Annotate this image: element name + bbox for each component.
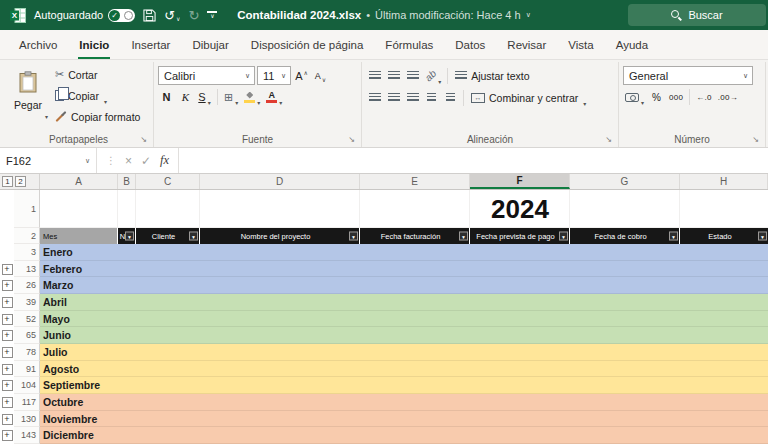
filter-dropdown-icon[interactable]: ▼ (669, 232, 678, 241)
row-header[interactable]: 1 (14, 190, 40, 228)
column-header-c[interactable]: C (136, 174, 200, 189)
grid-cell[interactable] (118, 190, 136, 227)
month-cell[interactable]: Junio (40, 327, 768, 344)
expand-group-button[interactable]: + (2, 364, 13, 375)
autosave-switch[interactable]: ✓ (108, 9, 135, 22)
tab-archivo[interactable]: Archivo (8, 30, 68, 59)
comma-style-button[interactable]: 000 (667, 88, 685, 106)
tab-insertar[interactable]: Insertar (120, 30, 181, 59)
expand-group-button[interactable]: + (2, 397, 13, 408)
header-cell-cliente[interactable]: Cliente ▼ (136, 228, 200, 244)
align-bottom-button[interactable] (404, 67, 421, 85)
month-cell[interactable]: Septiembre (40, 377, 768, 394)
row-header[interactable]: 143 (14, 427, 40, 444)
grid-cell[interactable] (40, 190, 118, 227)
dialog-launcher-icon[interactable]: ↘ (348, 136, 355, 144)
row-header[interactable]: 39 (14, 294, 40, 311)
row-header[interactable]: 3 (14, 244, 40, 261)
undo-icon[interactable]: ↺ ∨ (164, 9, 180, 22)
format-painter-button[interactable]: Copiar formato (52, 107, 143, 126)
grid-cell[interactable] (200, 190, 360, 227)
year-title[interactable]: 2024 (370, 193, 670, 224)
outline-level-1-button[interactable]: 1 (2, 176, 13, 187)
redo-icon[interactable]: ↻ (188, 9, 199, 22)
percent-style-button[interactable]: % (648, 88, 665, 106)
row-header[interactable]: 104 (14, 377, 40, 394)
filter-dropdown-icon[interactable]: ▼ (459, 232, 468, 241)
column-header-d[interactable]: D (200, 174, 360, 189)
tab-vista[interactable]: Vista (557, 30, 604, 59)
filter-dropdown-icon[interactable]: ▼ (189, 232, 198, 241)
row-header[interactable]: 13 (14, 261, 40, 278)
column-header-h[interactable]: H (680, 174, 768, 189)
orientation-button[interactable]: ab ▾ (423, 67, 443, 85)
enter-icon[interactable]: ✓ (141, 154, 151, 168)
insert-function-icon[interactable]: fx (160, 153, 169, 168)
cancel-icon[interactable]: × (125, 154, 132, 168)
number-format-combobox[interactable]: General ∨ (623, 66, 753, 85)
row-header[interactable]: 26 (14, 277, 40, 294)
merge-center-button[interactable]: ↔ Combinar y centrar ▾ (468, 88, 589, 107)
increase-font-size-button[interactable]: A ∧ (293, 67, 310, 85)
decrease-font-size-button[interactable]: A ∨ (312, 67, 329, 85)
increase-decimal-button[interactable]: ←.0 (694, 88, 714, 106)
drag-handle-icon[interactable]: ⋮ (106, 155, 116, 166)
font-color-button[interactable]: A ▾ (264, 88, 284, 106)
expand-group-button[interactable]: + (2, 414, 13, 425)
grid-cell[interactable] (136, 190, 200, 227)
accounting-format-button[interactable]: ▾ (623, 88, 646, 106)
header-cell-mes[interactable]: Mes (40, 228, 118, 244)
row-header[interactable]: 117 (14, 394, 40, 411)
month-cell[interactable]: Mayo (40, 311, 768, 328)
wrap-text-button[interactable]: Ajustar texto (452, 66, 532, 85)
expand-group-button[interactable]: + (2, 430, 13, 441)
expand-group-button[interactable]: + (2, 264, 13, 275)
dialog-launcher-icon[interactable]: ↘ (140, 136, 147, 144)
column-header-e[interactable]: E (360, 174, 470, 189)
filter-dropdown-icon[interactable]: ▼ (559, 232, 568, 241)
copy-button[interactable]: Copiar ▾ (52, 86, 143, 105)
tab-dibujar[interactable]: Dibujar (181, 30, 239, 59)
align-center-button[interactable] (385, 89, 402, 107)
fill-color-button[interactable]: ▾ (242, 88, 262, 106)
month-cell[interactable]: Marzo (40, 277, 768, 294)
search-box[interactable]: Buscar (628, 4, 766, 26)
tab-inicio[interactable]: Inicio (68, 30, 120, 59)
month-cell[interactable]: Abril (40, 294, 768, 311)
cut-button[interactable]: ✂ Cortar (52, 65, 143, 84)
filter-dropdown-icon[interactable]: ▼ (758, 232, 767, 241)
month-cell[interactable]: Febrero (40, 261, 768, 278)
tab-datos[interactable]: Datos (444, 30, 496, 59)
row-header[interactable]: 52 (14, 311, 40, 328)
dialog-launcher-icon[interactable]: ↘ (605, 136, 612, 144)
column-header-f-selected[interactable]: F (470, 174, 570, 189)
expand-group-button[interactable]: + (2, 330, 13, 341)
expand-group-button[interactable]: + (2, 314, 13, 325)
increase-indent-button[interactable] (442, 89, 459, 107)
align-top-button[interactable] (366, 67, 383, 85)
excel-app-icon[interactable]: X (10, 8, 26, 23)
decrease-indent-button[interactable] (423, 89, 440, 107)
filter-dropdown-icon[interactable]: ▼ (125, 232, 134, 241)
tab-formulas[interactable]: Fórmulas (374, 30, 444, 59)
borders-button[interactable]: ⊞ ▾ (222, 88, 240, 106)
column-header-g[interactable]: G (570, 174, 680, 189)
header-cell-fecha-cobro[interactable]: Fecha de cobro ▼ (570, 228, 680, 244)
decrease-decimal-button[interactable]: .00→ (716, 88, 740, 106)
dialog-launcher-icon[interactable]: ↘ (752, 136, 759, 144)
month-cell[interactable]: Noviembre (40, 411, 768, 428)
expand-group-button[interactable]: + (2, 380, 13, 391)
header-cell-n[interactable]: N ▼ (118, 228, 136, 244)
column-header-b[interactable]: B (118, 174, 136, 189)
grid-cell[interactable] (680, 190, 768, 227)
row-header[interactable]: 2 (14, 228, 40, 244)
month-cell[interactable]: Julio (40, 344, 768, 361)
autosave-toggle[interactable]: Autoguardado ✓ (34, 9, 135, 22)
font-family-combobox[interactable]: Calibri ∨ (158, 66, 255, 85)
customize-toolbar-icon[interactable]: ∨ (207, 11, 217, 19)
align-left-button[interactable] (366, 89, 383, 107)
column-header-a[interactable]: A (40, 174, 118, 189)
row-header[interactable]: 78 (14, 344, 40, 361)
row-header[interactable]: 91 (14, 361, 40, 378)
formula-input[interactable] (179, 148, 768, 173)
